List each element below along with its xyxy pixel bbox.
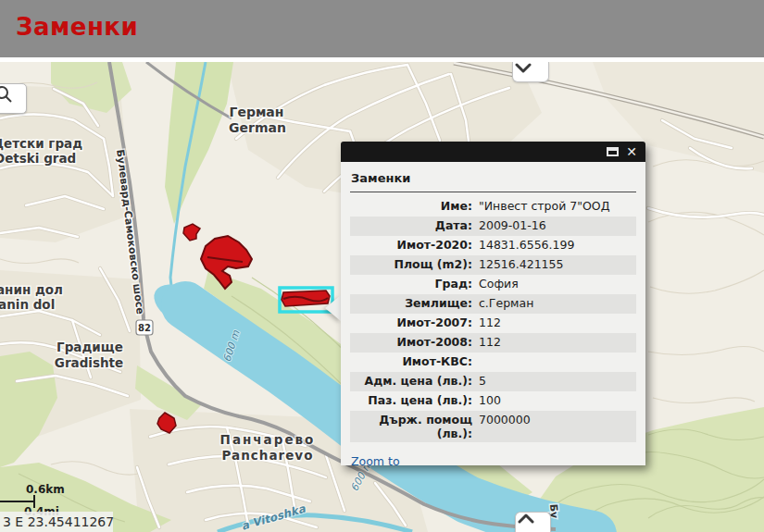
maximize-icon[interactable]	[607, 147, 619, 156]
table-row: Имот-2008:112	[350, 333, 636, 353]
page-title: Заменки	[0, 0, 764, 41]
row-label: Дата:	[350, 218, 479, 232]
collapse-bottom-tab[interactable]	[515, 512, 551, 532]
attribute-table: Име:"Инвест строй 7"ООД Дата:2009-01-16 …	[350, 197, 636, 442]
popup-body: Заменки Име:"Инвест строй 7"ООД Дата:200…	[341, 162, 645, 465]
row-label: Площ (m2):	[350, 257, 479, 271]
row-label: Паз. цена (лв.):	[350, 393, 479, 407]
row-value: 5	[479, 374, 636, 388]
row-value: 112	[479, 315, 636, 329]
label-pancharevo-bg: Панчарево	[220, 432, 316, 447]
table-row: Дата:2009-01-16	[350, 217, 636, 236]
row-label: Имот-КВС:	[350, 354, 479, 368]
row-value: 12516.421155	[479, 257, 636, 271]
label-sanin-en: sanin dol	[0, 297, 55, 312]
label-german-en: German	[229, 120, 286, 135]
scalebar-line	[0, 501, 35, 502]
table-row: Имот-КВС:	[350, 353, 636, 372]
row-value: 112	[479, 335, 636, 349]
row-label: Адм. цена (лв.):	[350, 374, 479, 388]
parcel-polygon-small-top[interactable]	[183, 224, 200, 241]
table-row: Площ (m2):12516.421155	[350, 255, 636, 275]
table-row: Град:София	[350, 275, 636, 294]
coordinate-readout: 3 E 23.45411267	[0, 512, 113, 532]
popup-titlebar[interactable]: ✕	[341, 142, 645, 162]
row-label: Държ. помощ (лв.):	[350, 413, 479, 440]
label-pancharevo-en: Pancharevo	[222, 448, 314, 463]
label-sanin-bg: санин дол	[0, 282, 63, 297]
zoom-to-link[interactable]: Zoom to	[351, 454, 400, 468]
feature-popup: ✕ Заменки Име:"Инвест строй 7"ООД Дата:2…	[341, 142, 645, 465]
row-label: Имот-2020:	[350, 238, 479, 252]
table-row: Имот-2007:112	[350, 314, 636, 333]
label-german-bg: Герман	[229, 105, 283, 119]
route-shield: 82	[136, 320, 153, 335]
row-label: Имот-2007:	[350, 315, 479, 329]
row-value: с.Герман	[479, 296, 636, 310]
app-window: Заменки	[0, 0, 764, 532]
chevron-down-icon	[513, 62, 533, 73]
table-row: Адм. цена (лв.):5	[350, 372, 636, 391]
row-label: Град:	[350, 277, 479, 291]
chevron-up-icon	[516, 513, 536, 524]
label-detski-bg: Детски град	[0, 136, 82, 151]
row-value: 14831.6556.199	[479, 238, 636, 252]
row-label: Землище:	[350, 296, 479, 310]
label-gradishte-bg: Градище	[56, 340, 123, 354]
page-header: Заменки	[0, 0, 764, 57]
close-icon[interactable]: ✕	[626, 145, 637, 158]
map-container[interactable]: 82 Герман German Детски град Detski grad…	[0, 62, 764, 532]
search-icon	[0, 84, 14, 105]
table-row: Паз. цена (лв.):100	[350, 391, 636, 411]
row-value: 7000000	[479, 413, 636, 427]
label-detski-en: Detski grad	[0, 151, 76, 166]
scalebar-km-label: 0.6km	[26, 483, 65, 496]
table-row: Имот-2020:14831.6556.199	[350, 236, 636, 255]
svg-text:82: 82	[138, 323, 151, 333]
search-button[interactable]	[0, 83, 27, 114]
table-row: Държ. помощ (лв.):7000000	[350, 411, 636, 442]
table-row: Име:"Инвест строй 7"ООД	[350, 197, 636, 217]
row-label: Име:	[350, 199, 479, 213]
collapse-top-tab[interactable]	[512, 62, 549, 82]
label-gradishte-en: Gradishte	[55, 355, 123, 370]
popup-heading: Заменки	[350, 169, 636, 192]
row-value: София	[479, 277, 636, 291]
row-value: 100	[479, 393, 636, 407]
row-value: "Инвест строй 7"ООД	[479, 199, 636, 213]
table-row: Землище:с.Герман	[350, 294, 636, 314]
row-value: 2009-01-16	[479, 218, 636, 232]
row-label: Имот-2008:	[350, 335, 479, 349]
popup-callout-arrow	[325, 295, 341, 321]
